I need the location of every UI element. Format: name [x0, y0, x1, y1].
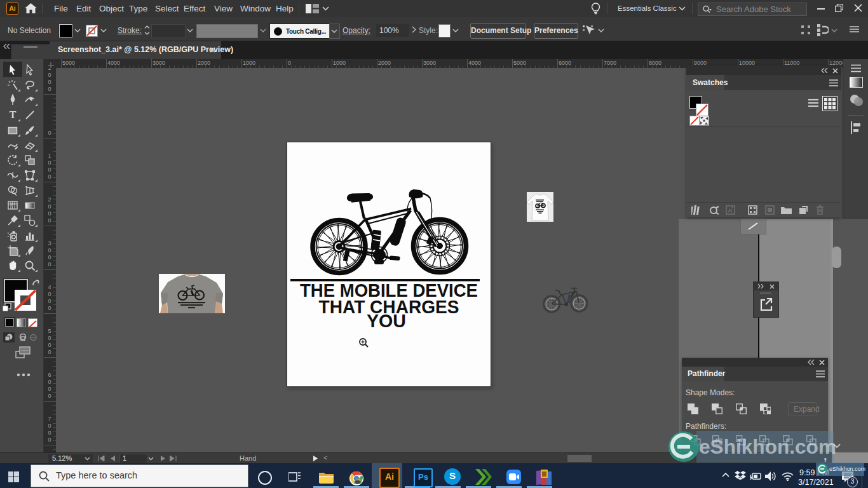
svg-text:eShikhon.com: eShikhon.com	[699, 435, 836, 458]
svg-text:YOU: YOU	[367, 310, 406, 331]
svg-text:T: T	[10, 109, 17, 120]
